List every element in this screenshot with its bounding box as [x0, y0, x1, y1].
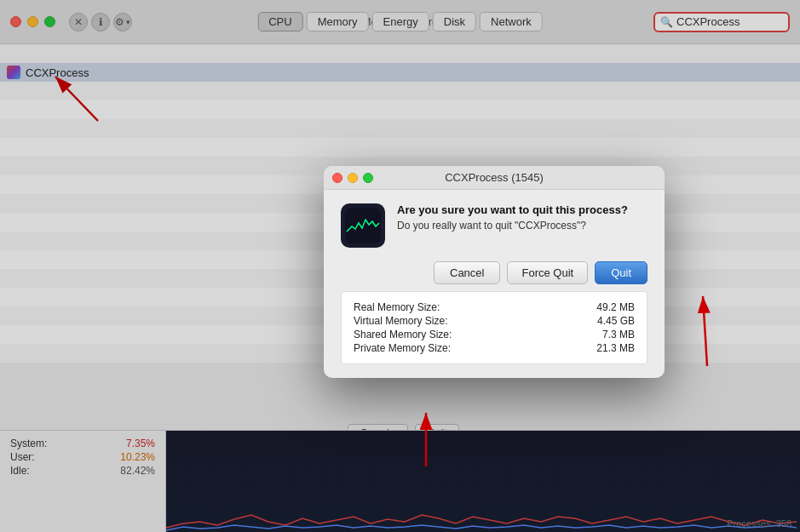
- dialog-subtext: Do you really want to quit "CCXProcess"?: [397, 220, 628, 232]
- quit-button[interactable]: Quit: [595, 261, 647, 284]
- dialog-title: CCXProcess (1545): [445, 171, 544, 184]
- virtual-memory-value: 4.45 GB: [597, 315, 635, 327]
- memory-info-panel: Real Memory Size: 49.2 MB Virtual Memory…: [341, 291, 647, 364]
- dialog-minimize-button[interactable]: [348, 173, 358, 183]
- virtual-memory-label: Virtual Memory Size:: [354, 315, 447, 327]
- virtual-memory-row: Virtual Memory Size: 4.45 GB: [354, 314, 635, 328]
- shared-memory-label: Shared Memory Size:: [354, 329, 452, 340]
- app-icon: [341, 203, 385, 248]
- private-memory-label: Private Memory Size:: [354, 342, 451, 354]
- dialog-heading: Are you sure you want to quit this proce…: [397, 203, 628, 216]
- quit-dialog: CCXProcess (1545) Are you sure you want …: [324, 166, 665, 378]
- real-memory-row: Real Memory Size: 49.2 MB: [354, 300, 635, 314]
- dialog-text-section: Are you sure you want to quit this proce…: [397, 203, 628, 248]
- dialog-close-button[interactable]: [332, 173, 342, 183]
- dialog-maximize-button[interactable]: [363, 173, 373, 183]
- dialog-top-section: Are you sure you want to quit this proce…: [341, 203, 647, 248]
- private-memory-row: Private Memory Size: 21.3 MB: [354, 341, 635, 355]
- shared-memory-value: 7.3 MB: [602, 329, 635, 340]
- dialog-buttons: Cancel Force Quit Quit: [341, 261, 647, 284]
- dialog-titlebar: CCXProcess (1545): [324, 166, 665, 190]
- cancel-button[interactable]: Cancel: [434, 261, 500, 284]
- dialog-body: Are you sure you want to quit this proce…: [324, 190, 665, 378]
- real-memory-value: 49.2 MB: [596, 301, 635, 313]
- real-memory-label: Real Memory Size:: [354, 301, 440, 313]
- private-memory-value: 21.3 MB: [596, 342, 635, 354]
- app-icon-svg: [345, 208, 381, 243]
- shared-memory-row: Shared Memory Size: 7.3 MB: [354, 328, 635, 341]
- force-quit-button[interactable]: Force Quit: [507, 261, 588, 284]
- dialog-window-controls: [332, 173, 373, 183]
